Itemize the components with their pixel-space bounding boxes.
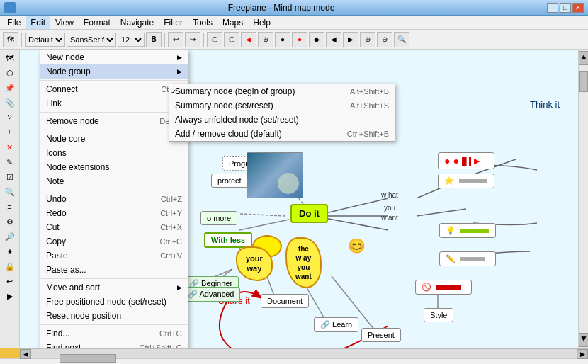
toolbar-btn-zoom-out[interactable]: ⊖: [377, 32, 392, 47]
toolbar-btn-node1[interactable]: ⬡: [207, 32, 222, 47]
advanced-node[interactable]: 🔗 Advanced: [181, 287, 240, 302]
sidebar-btn-star[interactable]: ★: [2, 244, 18, 258]
image-node[interactable]: [247, 152, 303, 198]
font-size-select[interactable]: 12: [118, 33, 145, 47]
menu-reset-pos[interactable]: Reset node position: [40, 309, 188, 323]
sidebar-btn-lock[interactable]: 🔒: [2, 259, 18, 273]
document-node[interactable]: Document: [261, 294, 309, 308]
menu-paste[interactable]: Paste Ctrl+V: [40, 249, 188, 263]
scrollbar-thumb-v[interactable]: [579, 71, 588, 92]
menu-help[interactable]: Help: [249, 16, 275, 29]
sidebar-btn-pin[interactable]: 📌: [2, 81, 18, 95]
the-way-node[interactable]: thew ayyouwant: [285, 237, 322, 288]
toolbar-icon1[interactable]: 🗺: [3, 32, 18, 47]
with-less-node[interactable]: With less: [204, 232, 252, 248]
menu-view[interactable]: View: [51, 16, 78, 29]
menu-undo[interactable]: Undo Ctrl+Z: [40, 192, 188, 206]
sidebar-btn-search[interactable]: 🔍: [2, 185, 18, 199]
close-button[interactable]: ✕: [572, 3, 584, 13]
menu-tools[interactable]: Tools: [188, 16, 217, 29]
sidebar-btn-magnify[interactable]: 🔎: [2, 229, 18, 244]
menu-copy[interactable]: Copy Ctrl+C: [40, 234, 188, 249]
toolbar-btn-redo[interactable]: ↪: [185, 32, 200, 47]
style-node[interactable]: Style: [424, 308, 453, 322]
toolbar-btn-red1[interactable]: ◀: [241, 32, 256, 47]
sidebar-btn-arrow[interactable]: ↩: [2, 274, 18, 288]
menu-edit[interactable]: Edit: [26, 16, 50, 29]
sidebar-btn-list[interactable]: ≡: [2, 200, 18, 214]
horizontal-scrollbar[interactable]: ◀ ▶: [20, 348, 588, 358]
scroll-right-btn[interactable]: ▶: [577, 349, 588, 359]
menu-maps[interactable]: Maps: [218, 16, 247, 29]
toolbar-btn-undo[interactable]: ↩: [168, 32, 183, 47]
more-node[interactable]: o more: [200, 211, 237, 225]
sidebar-btn-play[interactable]: ▶: [2, 289, 18, 303]
right-node-2[interactable]: ⭐: [438, 174, 494, 188]
menu-format[interactable]: Format: [79, 16, 115, 29]
menu-node-group[interactable]: Node group ▶: [40, 64, 188, 79]
sidebar-btn-alert[interactable]: !: [2, 125, 18, 140]
right-node-5[interactable]: 🚫: [415, 280, 472, 295]
menu-navigate[interactable]: Navigate: [116, 16, 158, 29]
edit-menu[interactable]: New node ▶ Node group ▶ Connect Ctrl+L L…: [40, 50, 188, 348]
menu-move-sort[interactable]: Move and sort ▶: [40, 280, 188, 295]
menu-node-core[interactable]: Node core: [40, 132, 188, 146]
menu-find[interactable]: Find... Ctrl+G: [40, 326, 188, 341]
sidebar-btn-node[interactable]: ⬡: [2, 66, 18, 80]
protect-node[interactable]: protect: [211, 174, 248, 188]
sidebar-btn-check[interactable]: ☑: [2, 170, 18, 184]
submenu-summary-reset[interactable]: Summary node (set/reset) Alt+Shift+S: [169, 98, 395, 113]
menu-note[interactable]: Note: [40, 174, 188, 188]
menu-paste-as[interactable]: Paste as...: [40, 263, 188, 277]
menu-remove-node[interactable]: Remove node Delete: [40, 114, 188, 128]
font-select[interactable]: SansSerif: [67, 33, 116, 47]
submenu-always-unfolded[interactable]: Always unfolded node (set/reset): [169, 113, 395, 127]
toolbar-btn-zoom-in[interactable]: ⊕: [360, 32, 375, 47]
menu-cut[interactable]: Cut Ctrl+X: [40, 220, 188, 234]
sidebar-btn-help[interactable]: ?: [2, 110, 18, 125]
menu-connect[interactable]: Connect Ctrl+L: [40, 82, 188, 96]
toolbar-btn-c3[interactable]: ◆: [309, 32, 324, 47]
sidebar-btn-map[interactable]: 🗺: [2, 51, 18, 65]
submenu-summary-begin[interactable]: Summary node (begin of group) Alt+Shift+…: [169, 84, 395, 98]
do-it-node[interactable]: Do it: [290, 204, 328, 223]
scroll-thumb-h[interactable]: [60, 354, 116, 363]
bold-button[interactable]: B: [146, 32, 162, 47]
toolbar-btn-back[interactable]: ◀: [326, 32, 341, 47]
menu-file[interactable]: File: [3, 16, 25, 29]
present-node[interactable]: Present: [361, 328, 401, 342]
menu-new-node[interactable]: New node ▶: [40, 50, 188, 64]
your-way-node[interactable]: yourway: [236, 246, 273, 281]
toolbar-btn-c1[interactable]: ●: [275, 32, 290, 47]
sidebar-btn-edit[interactable]: ✎: [2, 155, 18, 169]
map-style-select[interactable]: Default: [25, 33, 65, 47]
menu-filter[interactable]: Filter: [159, 16, 187, 29]
menu-node-ext[interactable]: Node extensions: [40, 160, 188, 174]
right-node-3[interactable]: 💡: [439, 223, 496, 238]
vertical-scrollbar[interactable]: ▲ ▼: [578, 50, 588, 348]
toolbar-btn-c2[interactable]: ●: [292, 32, 307, 47]
submenu-add-cloud[interactable]: Add / remove cloud (default) Ctrl+Shift+…: [169, 127, 395, 141]
node-group-submenu[interactable]: Summary node (begin of group) Alt+Shift+…: [169, 84, 395, 142]
menu-free-pos[interactable]: Free positioned node (set/reset): [40, 295, 188, 309]
canvas[interactable]: Think it Share it Program protect o more…: [20, 50, 588, 348]
menu-redo[interactable]: Redo Ctrl+Y: [40, 206, 188, 220]
scrollbar-down-btn[interactable]: ▼: [579, 333, 588, 347]
sidebar-btn-gear[interactable]: ⚙: [2, 215, 18, 229]
toolbar-btn-node2[interactable]: ⬡: [224, 32, 239, 47]
sidebar-btn-close[interactable]: ✕: [2, 140, 18, 154]
scrollbar-up-btn[interactable]: ▲: [579, 51, 588, 65]
toolbar-btn-conn[interactable]: ⊕: [258, 32, 273, 47]
learn-node[interactable]: 🔗 Learn: [314, 317, 358, 332]
scroll-left-btn[interactable]: ◀: [20, 349, 31, 359]
menu-link[interactable]: Link ▶: [40, 96, 188, 110]
toolbar-btn-fwd[interactable]: ▶: [343, 32, 358, 47]
menu-icons[interactable]: Icons: [40, 146, 188, 160]
menu-find-next[interactable]: Find next Ctrl+Shift+G: [40, 341, 188, 348]
right-node-1[interactable]: ● ● ▐ ▶: [438, 152, 494, 169]
toolbar-btn-fit[interactable]: 🔍: [394, 32, 409, 47]
minimize-button[interactable]: —: [547, 3, 558, 13]
maximize-button[interactable]: □: [560, 3, 571, 13]
sidebar-btn-clip[interactable]: 📎: [2, 96, 18, 110]
right-node-4[interactable]: ✏️: [439, 251, 496, 266]
